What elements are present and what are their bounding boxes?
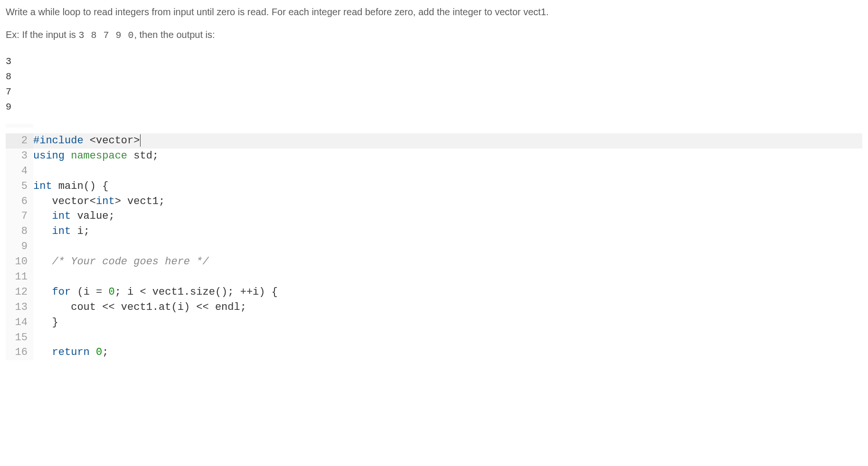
code-token <box>84 124 90 126</box>
code-content[interactable] <box>33 330 862 345</box>
code-line[interactable]: 1#include <iostream> <box>6 124 862 133</box>
code-token <box>33 225 52 237</box>
code-line[interactable]: 7 int value; <box>6 209 862 224</box>
code-line[interactable]: 10 /* Your code goes here */ <box>6 254 862 270</box>
code-token: < <box>133 286 152 298</box>
code-token: <vector> <box>90 135 140 147</box>
code-token: using <box>33 150 65 162</box>
code-token: endl <box>215 301 240 313</box>
code-token: ; <box>159 196 165 207</box>
code-token: ; <box>84 225 90 237</box>
code-token <box>65 150 71 162</box>
code-token: ) { <box>259 286 278 298</box>
line-number: 7 <box>6 209 33 224</box>
code-token: ; <box>152 150 159 162</box>
code-token: i <box>77 225 83 237</box>
code-line[interactable]: 8 int i; <box>6 224 862 239</box>
output-line: 3 <box>6 54 862 69</box>
code-line[interactable]: 9 <box>6 239 862 254</box>
code-token <box>33 210 52 222</box>
code-content[interactable]: int main() { <box>33 179 862 194</box>
code-token <box>127 150 133 162</box>
code-content[interactable]: int value; <box>33 209 862 224</box>
code-token: { <box>102 180 108 192</box>
code-token: i <box>253 286 259 298</box>
code-token: ; <box>102 346 108 358</box>
code-token: <iostream> <box>90 124 152 126</box>
code-token: 0 <box>108 286 114 298</box>
code-token <box>84 135 90 147</box>
code-token: i <box>127 286 133 298</box>
problem-instruction: Write a while loop to read integers from… <box>6 5 862 19</box>
line-number: 3 <box>6 149 33 164</box>
code-content[interactable]: return 0; <box>33 345 862 360</box>
code-token: . <box>152 301 159 313</box>
code-content[interactable]: /* Your code goes here */ <box>33 254 862 270</box>
code-token: value <box>77 210 108 222</box>
code-line[interactable]: 2#include <vector> <box>6 133 862 149</box>
line-number: 4 <box>6 164 33 179</box>
code-token <box>71 210 77 222</box>
code-content[interactable]: } <box>33 315 862 330</box>
line-number: 6 <box>6 194 33 209</box>
example-intro: Ex: If the input is 3 8 7 9 0, then the … <box>6 28 862 43</box>
code-token: int <box>33 180 52 192</box>
code-token: size <box>190 286 215 298</box>
code-token: main <box>58 180 84 192</box>
code-token: ; <box>108 210 114 222</box>
code-line[interactable]: 14 } <box>6 315 862 330</box>
code-line[interactable]: 11 <box>6 270 862 285</box>
code-content[interactable] <box>33 164 862 179</box>
code-token <box>96 180 102 192</box>
line-number: 10 <box>6 254 33 270</box>
code-token <box>33 317 52 328</box>
code-token: #include <box>33 124 84 126</box>
code-token <box>33 196 52 207</box>
code-token: < <box>90 196 96 207</box>
code-line[interactable]: 4 <box>6 164 862 179</box>
code-content[interactable]: for (i = 0; i < vect1.size(); ++i) { <box>33 285 862 300</box>
code-line[interactable]: 12 for (i = 0; i < vect1.size(); ++i) { <box>6 285 862 300</box>
line-number: 13 <box>6 300 33 315</box>
code-token: #include <box>33 135 84 147</box>
code-token: vect1 <box>127 196 159 207</box>
code-token: vect1 <box>152 286 184 298</box>
code-token: ( <box>171 301 177 313</box>
code-token: ; <box>240 301 246 313</box>
code-content[interactable]: int i; <box>33 224 862 239</box>
code-content[interactable] <box>33 270 862 285</box>
line-number: 9 <box>6 239 33 254</box>
code-content[interactable]: #include <iostream> <box>33 124 862 128</box>
code-line[interactable]: 16 return 0; <box>6 345 862 360</box>
code-token: 0 <box>96 346 102 358</box>
line-number: 11 <box>6 270 33 285</box>
code-content[interactable]: #include <vector> <box>33 133 862 149</box>
code-token: at <box>159 301 171 313</box>
code-token <box>33 346 52 358</box>
code-token: /* Your code goes here */ <box>52 256 209 268</box>
code-content[interactable] <box>33 239 862 254</box>
code-token: return <box>52 346 90 358</box>
code-line[interactable]: 6 vector<int> vect1; <box>6 194 862 209</box>
code-token: () <box>84 180 96 192</box>
code-content[interactable]: using namespace std; <box>33 149 862 164</box>
code-token: int <box>96 196 115 207</box>
output-line: 7 <box>6 84 862 100</box>
code-line[interactable]: 15 <box>6 330 862 345</box>
code-line[interactable]: 3using namespace std; <box>6 149 862 164</box>
code-editor[interactable]: 1#include <iostream>2#include <vector>3u… <box>6 123 862 360</box>
code-content[interactable]: vector<int> vect1; <box>33 194 862 209</box>
example-input: 3 8 7 9 0 <box>78 30 134 41</box>
example-prefix: Ex: If the input is <box>6 29 78 40</box>
code-token: for <box>52 286 71 298</box>
line-number: 1 <box>6 124 33 128</box>
code-token <box>90 346 96 358</box>
code-token: } <box>52 317 58 328</box>
code-token <box>71 225 77 237</box>
code-line[interactable]: 13 cout << vect1.at(i) << endl; <box>6 300 862 315</box>
code-token: > <box>115 196 121 207</box>
code-content[interactable]: cout << vect1.at(i) << endl; <box>33 300 862 315</box>
line-number: 2 <box>6 133 33 149</box>
code-line[interactable]: 5int main() { <box>6 179 862 194</box>
code-token: namespace <box>71 150 127 162</box>
